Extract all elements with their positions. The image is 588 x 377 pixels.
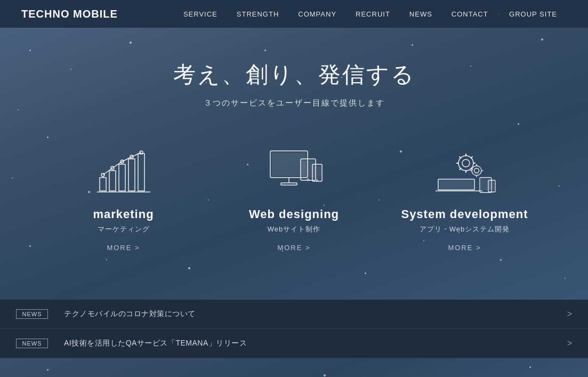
svg-line-27 (459, 157, 461, 159)
star-deco (565, 278, 566, 279)
svg-point-31 (472, 166, 481, 175)
svg-rect-1 (109, 171, 116, 191)
header: TECHNO MOBILE SERVICE STRENGTH COMPANY R… (0, 0, 588, 28)
svg-rect-14 (281, 183, 297, 185)
star-deco (541, 38, 543, 41)
hero-section: 考え、創り、発信する ３つのサービスをユーザー目線で提供します (0, 28, 588, 300)
system-icon (396, 146, 534, 199)
star-deco (518, 123, 519, 125)
news-badge-2: NEWS (16, 339, 48, 348)
news-arrow-1: > (567, 309, 572, 319)
news-badge-1: NEWS (16, 309, 48, 319)
nav-news[interactable]: NEWS (400, 10, 442, 18)
service-card-system: System development アプリ・Webシステム開発 MORE > (380, 135, 550, 262)
nav-strength[interactable]: STRENGTH (227, 10, 289, 18)
star-deco (412, 44, 413, 46)
service-title-ja-marketing: マーケティング (54, 224, 193, 234)
star-deco (29, 50, 31, 51)
news-text-2: AI技術を活用したQAサービス「TEMANA」リリース (64, 339, 562, 348)
service-card-web: Web designing Webサイト制作 MORE > (209, 135, 380, 262)
marketing-icon (54, 146, 193, 199)
svg-rect-41 (481, 179, 490, 190)
service-title-ja-web: Webサイト制作 (225, 224, 364, 234)
service-card-marketing: marketing マーケティング MORE > (38, 135, 209, 262)
news-arrow-2: > (567, 339, 572, 348)
svg-rect-2 (119, 164, 125, 191)
star-deco (529, 366, 531, 368)
services-container: marketing マーケティング MORE > (11, 135, 577, 262)
star-deco (18, 109, 19, 110)
service-title-ja-system: アプリ・Webシステム開発 (396, 224, 534, 234)
nav-group-site[interactable]: GROUP SITE (500, 10, 567, 18)
star-deco (264, 50, 266, 51)
service-more-system[interactable]: MORE > (396, 244, 534, 252)
nav-service[interactable]: SERVICE (174, 10, 227, 18)
svg-line-30 (459, 168, 461, 170)
star-deco (47, 369, 49, 371)
service-more-web[interactable]: MORE > (225, 244, 364, 252)
nav-recruit[interactable]: RECRUIT (346, 10, 400, 18)
svg-point-22 (462, 159, 470, 167)
svg-rect-43 (489, 181, 494, 190)
star-deco (130, 42, 132, 44)
hero-title: 考え、創り、発信する (11, 60, 577, 90)
news-item-1[interactable]: NEWS テクノモバイルのコロナ対策について > (0, 300, 588, 329)
news-section: NEWS テクノモバイルのコロナ対策について > NEWS AI技術を活用したQ… (0, 300, 588, 358)
news-item-2[interactable]: NEWS AI技術を活用したQAサービス「TEMANA」リリース > (0, 329, 588, 358)
svg-rect-4 (138, 154, 144, 191)
svg-point-20 (316, 180, 318, 181)
star-deco (324, 374, 326, 376)
bottom-area (0, 358, 588, 377)
svg-rect-3 (128, 159, 135, 191)
star-deco (365, 272, 366, 274)
star-deco (188, 267, 190, 269)
service-title-en-system: System development (396, 207, 534, 221)
svg-rect-19 (313, 166, 321, 179)
star-deco (341, 77, 342, 78)
logo[interactable]: TECHNO MOBILE (21, 8, 118, 20)
web-icon (225, 146, 364, 199)
nav-company[interactable]: COMPANY (288, 10, 346, 18)
svg-rect-38 (439, 180, 473, 189)
svg-point-32 (474, 169, 479, 173)
news-text-1: テクノモバイルのコロナ対策について (64, 309, 562, 319)
nav-contact[interactable]: CONTACT (442, 10, 498, 18)
service-title-en-marketing: marketing (54, 207, 193, 221)
nav: SERVICE STRENGTH COMPANY RECRUIT NEWS CO… (174, 10, 567, 18)
service-title-en-web: Web designing (225, 207, 364, 221)
svg-rect-0 (100, 178, 106, 191)
service-more-marketing[interactable]: MORE > (54, 244, 193, 252)
hero-subtitle: ３つのサービスをユーザー目線で提供します (11, 98, 577, 108)
svg-line-29 (471, 157, 473, 159)
